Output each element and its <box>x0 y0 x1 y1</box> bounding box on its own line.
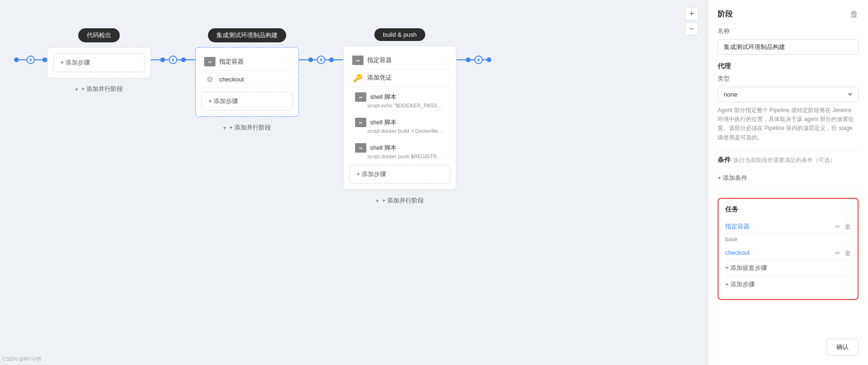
connector-line <box>483 59 487 60</box>
add-parallel-s3[interactable]: + + 添加并行阶段 <box>372 195 428 207</box>
task-checkout-link[interactable]: checkout <box>725 249 750 256</box>
shell-script-3: script docker push $REGISTR... <box>352 154 447 159</box>
step-label: 指定容器 <box>219 57 244 66</box>
add-condition-button[interactable]: + 添加条件 <box>718 172 747 184</box>
connector-line <box>325 59 329 60</box>
terminal-icon: ▪▪ <box>355 143 366 153</box>
tasks-title: 任务 <box>725 205 851 214</box>
add-parallel-s2[interactable]: + + 添加并行阶段 <box>219 122 275 134</box>
step-shell-1[interactable]: ▪▪ shell 脚本 script echo "$DOCKER_PASS... <box>349 87 450 110</box>
step-shell-3[interactable]: ▪▪ shell 脚本 script docker push $REGISTR.… <box>349 138 450 161</box>
connector-line <box>313 59 317 60</box>
stage-1-card: + 添加步骤 <box>47 47 151 78</box>
task-checkout-actions: ✏ 🗑 <box>835 249 851 257</box>
zoom-in-button[interactable]: + <box>685 7 698 20</box>
connector-line <box>19 59 26 60</box>
key-icon: 🔑 <box>352 73 364 82</box>
stage-2-label: 集成测试环境制品构建 <box>208 28 286 42</box>
stage-2: 集成测试环境制品构建 ▪▪ 指定容器 ⚙ checkout + 添加步骤 + +… <box>195 28 299 134</box>
stage-name-input[interactable] <box>718 39 859 55</box>
canvas-controls: + − <box>685 7 698 35</box>
step-container-s3[interactable]: ▪▪ 指定容器 <box>349 52 450 69</box>
task-container: 指定容器 ✏ 🗑 <box>725 219 851 234</box>
task-container-delete-button[interactable]: 🗑 <box>844 223 851 230</box>
step-shell-2[interactable]: ▪▪ shell 脚本 script docker build -f Docke… <box>349 112 450 136</box>
terminal-icon: ▪▪ <box>352 56 364 65</box>
task-checkout: checkout ✏ 🗑 <box>725 246 851 260</box>
terminal-icon: ▪▪ <box>204 57 215 66</box>
add-parallel-icon: + <box>376 197 380 204</box>
connector-line <box>177 59 181 60</box>
conditions-title: 条件 <box>718 156 731 164</box>
add-step-button-s2[interactable]: + 添加步骤 <box>201 92 293 111</box>
confirm-button[interactable]: 确认 <box>827 339 859 356</box>
agent-type-select[interactable]: none any docker dockerfile label <box>718 87 859 102</box>
connector-line <box>471 59 474 60</box>
step-label: 添加凭证 <box>367 73 392 82</box>
stage-1-label: 代码检出 <box>78 28 120 42</box>
connector-line <box>151 59 160 60</box>
agent-type-label: 类型 <box>718 74 859 83</box>
task-container-item: 指定容器 ✏ 🗑 base <box>725 219 851 246</box>
task-checkout-delete-button[interactable]: 🗑 <box>844 249 851 257</box>
step-credential-s3[interactable]: 🔑 添加凭证 <box>349 69 450 87</box>
add-step-task-button[interactable]: + 添加步骤 <box>725 276 851 292</box>
connector-line <box>186 59 195 60</box>
tasks-section: 任务 指定容器 ✏ 🗑 base checkout ✏ 🗑 + 添加嵌 <box>718 198 859 300</box>
connector-1-2: + <box>151 56 195 64</box>
connector-dot <box>329 57 334 62</box>
connector-dot <box>181 57 186 62</box>
add-step-button-s1[interactable]: + 添加步骤 <box>53 53 145 72</box>
add-step-button-s3[interactable]: + 添加步骤 <box>349 165 450 184</box>
add-parallel-s1[interactable]: + + 添加并行阶段 <box>71 83 127 95</box>
connector-line <box>165 59 169 60</box>
pipeline-container: + 代码检出 + 添加步骤 + + 添加并行阶段 + <box>0 0 708 221</box>
conditions-sub: 执行当前阶段所需要满足的条件（可选） <box>734 156 835 164</box>
shell-script-2: script docker build -f Dockerfile... <box>352 128 447 134</box>
panel-delete-button[interactable]: 🗑 <box>850 9 859 19</box>
connector-plus-1-2[interactable]: + <box>169 56 177 64</box>
task-container-link[interactable]: 指定容器 <box>725 222 750 231</box>
stage-3-card: ▪▪ 指定容器 🔑 添加凭证 ▪▪ shell 脚本 script echo "… <box>343 46 456 190</box>
watermark: CSDN @MY小炸 <box>2 356 42 363</box>
connector-dot <box>308 57 313 62</box>
pipeline-canvas: + − + 代码检出 + 添加步骤 + + 添加并行阶段 <box>0 0 708 365</box>
connector-line <box>456 59 466 60</box>
shell-script-1: script echo "$DOCKER_PASS... <box>352 103 447 108</box>
stage-3: build & push ▪▪ 指定容器 🔑 添加凭证 ▪▪ shell 脚本 <box>343 28 456 207</box>
task-checkout-edit-button[interactable]: ✏ <box>835 249 841 257</box>
connector-dot-end <box>487 57 491 62</box>
add-parallel-icon: + <box>223 124 227 131</box>
agent-title: 代理 <box>718 62 859 71</box>
task-container-sub: base <box>725 234 851 246</box>
name-label: 名称 <box>718 27 859 35</box>
step-label: shell 脚本 <box>370 93 397 101</box>
add-nested-step-button[interactable]: + 添加嵌套步骤 <box>725 260 851 276</box>
connector-dot-start <box>14 57 19 62</box>
step-label: 指定容器 <box>367 56 392 65</box>
zoom-out-button[interactable]: − <box>685 22 698 35</box>
connector-plus-end[interactable]: + <box>474 56 483 64</box>
connector-line <box>35 59 42 60</box>
stage-2-card: ▪▪ 指定容器 ⚙ checkout + 添加步骤 <box>195 47 299 117</box>
step-label: checkout <box>219 76 244 83</box>
terminal-icon: ▪▪ <box>355 92 366 102</box>
agent-desc: Agent 部分指定整个 Pipeline 或特定阶段将在 Jenkins 环境… <box>718 106 859 142</box>
connector-dot <box>466 57 471 62</box>
checkout-icon: ⚙ <box>204 74 215 84</box>
connector-plus-start[interactable]: + <box>26 56 35 64</box>
task-checkout-item: checkout ✏ 🗑 <box>725 246 851 260</box>
step-container-s2[interactable]: ▪▪ 指定容器 <box>201 53 293 71</box>
stage-1: 代码检出 + 添加步骤 + + 添加并行阶段 <box>47 28 151 95</box>
connector-plus-2-3[interactable]: + <box>317 56 325 64</box>
panel-title: 阶段 <box>718 9 733 19</box>
add-parallel-icon: + <box>75 86 79 93</box>
divider-1 <box>718 150 859 150</box>
right-panel: 阶段 🗑 名称 代理 类型 none any docker dockerfile… <box>708 0 868 365</box>
panel-header: 阶段 🗑 <box>718 9 859 19</box>
connector-end: + <box>456 56 491 64</box>
step-checkout-s2[interactable]: ⚙ checkout <box>201 71 293 88</box>
connector-dot <box>42 57 47 62</box>
task-container-edit-button[interactable]: ✏ <box>835 223 841 230</box>
step-label: shell 脚本 <box>370 118 397 127</box>
